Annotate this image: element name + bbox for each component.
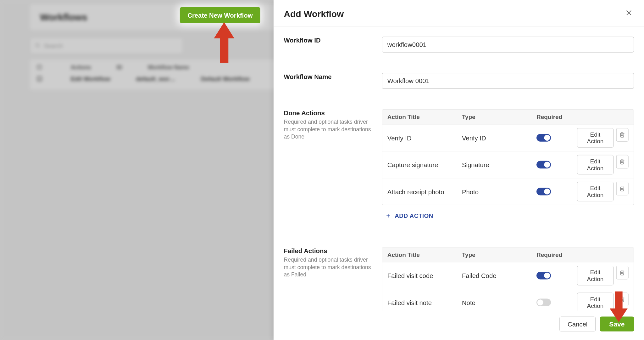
edit-action-button[interactable]: Edit Action bbox=[577, 293, 613, 311]
trash-icon bbox=[619, 269, 625, 275]
done-actions-label: Done Actions bbox=[284, 109, 373, 116]
create-new-workflow-button[interactable]: Create New Workflow bbox=[180, 7, 260, 23]
cell-type: Failed Code bbox=[462, 272, 536, 279]
delete-action-button[interactable] bbox=[616, 266, 628, 279]
add-workflow-panel: Add Workflow Workflow ID Workflow Name bbox=[274, 0, 644, 340]
workflow-name-label: Workflow Name bbox=[284, 73, 373, 80]
trash-icon bbox=[619, 132, 625, 138]
cell-title: Capture signature bbox=[387, 161, 462, 168]
col-action-title: Action Title bbox=[387, 251, 462, 258]
cell-type: Verify ID bbox=[462, 134, 536, 141]
edit-action-button[interactable]: Edit Action bbox=[577, 182, 613, 201]
edit-action-button[interactable]: Edit Action bbox=[577, 155, 613, 174]
workflow-id-label: Workflow ID bbox=[284, 37, 373, 44]
arrow-annotation-save bbox=[610, 291, 628, 322]
trash-icon bbox=[619, 159, 625, 165]
failed-actions-label: Failed Actions bbox=[284, 247, 373, 254]
cell-title: Failed visit note bbox=[387, 299, 462, 306]
required-toggle[interactable] bbox=[536, 188, 551, 195]
cell-type: Photo bbox=[462, 188, 536, 195]
svg-marker-2 bbox=[214, 22, 234, 63]
cell-title: Failed visit code bbox=[387, 272, 462, 279]
col-type: Type bbox=[462, 251, 536, 258]
done-actions-sub: Required and optional tasks driver must … bbox=[284, 118, 373, 140]
table-header: Action Title Type Required bbox=[382, 110, 633, 124]
failed-actions-sub: Required and optional tasks driver must … bbox=[284, 256, 373, 278]
table-row: Attach receipt photo Photo Edit Action bbox=[382, 178, 633, 205]
col-required: Required bbox=[536, 251, 577, 258]
table-row: Verify ID Verify ID Edit Action bbox=[382, 124, 633, 151]
required-toggle[interactable] bbox=[536, 161, 551, 168]
panel-title: Add Workflow bbox=[284, 9, 344, 19]
col-action-title: Action Title bbox=[387, 113, 462, 120]
required-toggle[interactable] bbox=[536, 299, 551, 306]
workflow-id-input[interactable] bbox=[382, 37, 634, 53]
cell-title: Verify ID bbox=[387, 134, 462, 141]
edit-action-button[interactable]: Edit Action bbox=[577, 128, 613, 148]
table-header: Action Title Type Required bbox=[382, 247, 633, 262]
delete-action-button[interactable] bbox=[616, 155, 628, 168]
panel-footer: Cancel Save bbox=[274, 310, 644, 340]
table-row: Failed visit note Note Edit Action bbox=[382, 289, 633, 310]
delete-action-button[interactable] bbox=[616, 182, 628, 195]
table-row: Capture signature Signature Edit Action bbox=[382, 151, 633, 178]
delete-action-button[interactable] bbox=[616, 128, 628, 142]
close-button[interactable] bbox=[624, 8, 634, 20]
required-toggle[interactable] bbox=[536, 272, 551, 279]
svg-marker-5 bbox=[610, 291, 628, 322]
done-actions-table: Action Title Type Required Verify ID Ver… bbox=[382, 109, 634, 205]
col-required: Required bbox=[536, 113, 577, 120]
cell-type: Note bbox=[462, 299, 536, 306]
failed-actions-table: Action Title Type Required Failed visit … bbox=[382, 247, 634, 311]
required-toggle[interactable] bbox=[536, 134, 551, 141]
trash-icon bbox=[619, 185, 625, 191]
cell-title: Attach receipt photo bbox=[387, 188, 462, 195]
col-type: Type bbox=[462, 113, 536, 120]
workflow-name-input[interactable] bbox=[382, 73, 634, 89]
close-icon bbox=[625, 9, 632, 16]
plus-icon: ＋ bbox=[385, 212, 391, 219]
table-row: Failed visit code Failed Code Edit Actio… bbox=[382, 262, 633, 289]
cancel-button[interactable]: Cancel bbox=[559, 316, 596, 331]
add-done-action-button[interactable]: ＋ ADD ACTION bbox=[382, 205, 436, 227]
arrow-annotation-create bbox=[210, 22, 239, 65]
cell-type: Signature bbox=[462, 161, 536, 168]
add-action-label: ADD ACTION bbox=[395, 212, 433, 219]
edit-action-button[interactable]: Edit Action bbox=[577, 266, 613, 285]
